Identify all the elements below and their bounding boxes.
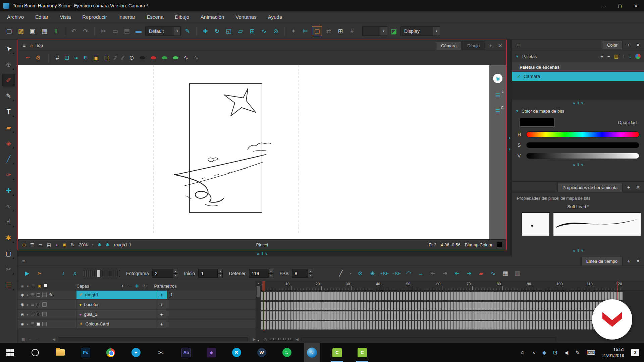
view-settings-icon[interactable]: ⚙ bbox=[36, 54, 41, 61]
zoom-level[interactable]: 20% bbox=[79, 242, 88, 247]
delete-layer-icon[interactable]: − bbox=[128, 284, 131, 289]
display-dropdown[interactable]: Display ▾ bbox=[400, 26, 440, 36]
menu-ventanas[interactable]: Ventanas bbox=[230, 11, 262, 23]
toonboom-button[interactable]: ✦ bbox=[128, 343, 144, 362]
home-icon[interactable]: ⌂ bbox=[30, 43, 33, 48]
layer-horizontal-scrollbar[interactable] bbox=[59, 337, 248, 341]
panel-menu-icon[interactable]: ≡ bbox=[515, 42, 522, 48]
outline-mode-icon[interactable]: ⁄⁄ bbox=[115, 55, 117, 61]
eye-toggle-icon[interactable]: ◉ bbox=[21, 322, 24, 326]
column-view-alt-button[interactable]: ▥ bbox=[513, 269, 522, 278]
light-table-c-toggle[interactable]: ☰ C bbox=[493, 107, 502, 115]
chevron-down-icon[interactable]: ▾ bbox=[174, 27, 180, 36]
maximize-button[interactable]: ▢ bbox=[612, 0, 628, 11]
saturation-slider[interactable] bbox=[526, 142, 639, 148]
harmony-taskbar-button[interactable]: ∿ bbox=[304, 343, 320, 362]
thumbnail-gear-icon[interactable]: ✱ bbox=[98, 242, 102, 247]
panorama-icon[interactable]: ▬ bbox=[133, 26, 144, 36]
tray-expand-icon[interactable]: ∧ bbox=[532, 350, 535, 355]
scroll-down-icon[interactable]: ▼ bbox=[257, 339, 260, 342]
close-view-icon[interactable]: ✕ bbox=[635, 258, 641, 264]
frame-field-value[interactable]: 2 bbox=[152, 269, 173, 278]
panel-menu-icon[interactable]: ≡ bbox=[20, 258, 27, 264]
solo-toggle-icon[interactable]: ● bbox=[26, 303, 29, 307]
eye-toggle-icon[interactable]: ◉ bbox=[21, 293, 24, 297]
line-tool-button[interactable]: ╱ bbox=[2, 153, 15, 165]
shift-trace-tool-button[interactable]: ✱ bbox=[2, 231, 15, 244]
spline-offset-icon[interactable]: ∿ bbox=[259, 26, 269, 36]
write-mode-icon[interactable]: ✎ bbox=[182, 26, 193, 36]
enable-checkbox[interactable] bbox=[37, 322, 40, 326]
transform-tool-button[interactable]: ⊕ bbox=[2, 58, 15, 71]
show-all-eye-icon[interactable]: ◉ bbox=[21, 284, 24, 288]
layers-status-icon[interactable]: ☰ bbox=[30, 242, 34, 247]
select-tool-button[interactable]: ➤ bbox=[2, 42, 15, 55]
scroll-left-icon[interactable]: ◀ bbox=[52, 337, 55, 342]
enable-checkbox[interactable] bbox=[37, 313, 40, 316]
light-table-l-toggle[interactable]: ☰ L bbox=[493, 91, 502, 99]
tab-camara[interactable]: Cámara bbox=[436, 41, 462, 50]
light-table-icon[interactable]: ⊙ bbox=[129, 54, 134, 61]
colour-override-icon[interactable]: ◪ bbox=[389, 26, 399, 36]
frame-row-bocetos[interactable] bbox=[261, 302, 623, 310]
ortho-lock-icon[interactable]: ⊘ bbox=[271, 26, 281, 36]
brush-tip-preview[interactable] bbox=[522, 213, 550, 236]
collapse-down-icon[interactable]: ∨ bbox=[581, 163, 584, 167]
light-bulb-icon[interactable]: ⊙ bbox=[22, 242, 26, 247]
expand-layer-button[interactable]: + bbox=[156, 320, 167, 328]
pencil-tool-button[interactable]: ✎ bbox=[2, 89, 15, 102]
current-color-swatch-large[interactable] bbox=[520, 118, 554, 127]
camera-add-button[interactable]: ⊕ bbox=[368, 269, 377, 278]
scroll-up-icon[interactable]: ▲ bbox=[257, 282, 260, 285]
playhead[interactable] bbox=[264, 281, 264, 331]
dropbox-icon[interactable]: ◆ bbox=[542, 350, 546, 356]
menu-animacion[interactable]: Animación bbox=[195, 11, 230, 23]
save-all-icon[interactable]: ▦ bbox=[39, 26, 49, 36]
stroke-smooth-alt-icon[interactable]: ∿ bbox=[194, 54, 199, 61]
enable-sound-button[interactable]: ♪ bbox=[59, 269, 68, 278]
people-icon[interactable]: ☺ bbox=[520, 350, 525, 355]
volume-slider[interactable] bbox=[83, 270, 120, 277]
ease-editor-button[interactable]: ∿ bbox=[489, 269, 497, 278]
layer-row-guia1[interactable]: ◉ ● ☰ ● guia_1 + bbox=[17, 310, 256, 318]
close-button[interactable]: ✕ bbox=[628, 0, 644, 11]
close-view-icon[interactable]: ✕ bbox=[497, 42, 503, 49]
lock-icon[interactable]: ▣ bbox=[93, 54, 99, 61]
translate-tool-icon[interactable]: ✚ bbox=[200, 26, 210, 36]
spin-down-icon[interactable]: ▼ bbox=[218, 274, 223, 278]
mask-icon[interactable]: ◖ bbox=[55, 242, 58, 247]
disc-red-icon[interactable] bbox=[151, 56, 156, 59]
thumbnail-toggle[interactable] bbox=[42, 322, 47, 326]
column-view-button[interactable]: ▦ bbox=[501, 269, 509, 278]
layer-type-icon[interactable]: ☰ bbox=[31, 322, 34, 326]
link-palette-folder-icon[interactable]: ▨ bbox=[614, 54, 619, 59]
menu-archivo[interactable]: Archivo bbox=[1, 11, 30, 23]
snapshot-icon[interactable]: ▭ bbox=[110, 26, 120, 36]
show-all-layers-icon[interactable]: ☰ bbox=[32, 284, 35, 288]
camera-mask-icon[interactable]: ⊡ bbox=[64, 54, 69, 61]
menu-insertar[interactable]: Insertar bbox=[113, 11, 141, 23]
spin-up-icon[interactable]: ▲ bbox=[268, 269, 273, 274]
layer-row-colour-card[interactable]: ◉ ● ☰ ☀ Colour-Card + bbox=[17, 320, 256, 328]
save-icon[interactable]: ▣ bbox=[28, 26, 38, 36]
solo-toggle-icon[interactable]: ● bbox=[26, 312, 29, 316]
shift-keyframes-right-button[interactable]: ⇥ bbox=[465, 269, 473, 278]
collapse-bars-icon[interactable]: ‖ bbox=[577, 249, 579, 252]
layer-type-icon[interactable]: ☰ bbox=[31, 302, 34, 307]
prev-keyframe-button[interactable]: ⇤ bbox=[428, 269, 437, 278]
add-view-icon[interactable]: + bbox=[625, 42, 632, 48]
menu-editar[interactable]: Editar bbox=[30, 11, 54, 23]
layer-parameter-value[interactable] bbox=[167, 320, 256, 328]
chrome-button[interactable] bbox=[103, 343, 119, 362]
dropper-tool-button[interactable]: ✑ bbox=[2, 168, 15, 181]
spin-up-icon[interactable]: ▲ bbox=[308, 269, 313, 274]
display-tray-icon[interactable]: ⊡ bbox=[553, 350, 557, 356]
enable-all-checkbox[interactable] bbox=[44, 284, 47, 287]
tab-tool-properties[interactable]: Propiedades de herramienta bbox=[557, 183, 623, 192]
export-icon[interactable]: ⇧ bbox=[51, 26, 61, 36]
scale-tool-icon[interactable]: ◱ bbox=[224, 26, 234, 36]
menu-reproducir[interactable]: Reproducir bbox=[76, 11, 112, 23]
tab-color[interactable]: Color bbox=[602, 41, 623, 49]
add-palette-icon[interactable]: + bbox=[600, 54, 603, 59]
skype-button[interactable]: S bbox=[228, 343, 245, 362]
